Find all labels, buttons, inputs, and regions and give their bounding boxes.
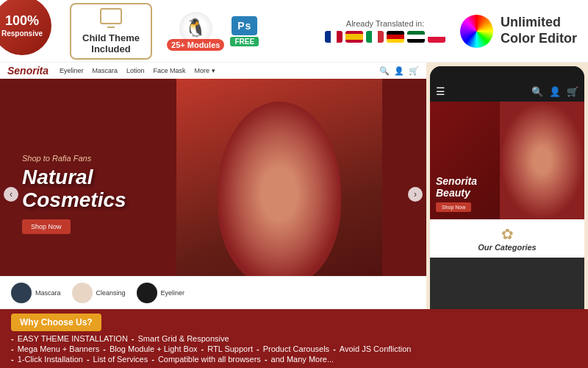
preview-nav: Senorita Eyeliner Mascara Lotion Face Ma…	[0, 63, 426, 79]
preview-logo: Senorita	[7, 65, 49, 77]
product-label-eyeliner: Eyeliner	[161, 289, 185, 297]
feat-blog-lightbox: Blog Module + Light Box	[110, 344, 198, 353]
responsive-badge: 100% Responsive	[0, 0, 51, 55]
free-tag: FREE	[230, 37, 259, 46]
feature-row-1: - EASY THEME INSTALLATION - Smart Grid &…	[11, 334, 577, 343]
dash-3: -	[11, 344, 14, 353]
product-circle-eyeliner	[137, 283, 157, 303]
hero-model-image	[176, 79, 382, 309]
dash-7: -	[333, 344, 336, 353]
hero-shop-btn[interactable]: Shop Now	[22, 219, 71, 234]
dash-9: -	[87, 355, 90, 364]
translated-title: Already Translated in:	[346, 19, 424, 28]
product-mascara: Mascara	[11, 283, 61, 303]
child-theme-label1: Child Theme	[82, 32, 140, 43]
flag-france	[325, 31, 343, 43]
mobile-status-bar	[430, 66, 584, 81]
mobile-shop-btn[interactable]: Shop Now	[436, 202, 471, 212]
product-label-mascara: Mascara	[35, 289, 61, 297]
mobile-cart-icon[interactable]: 🛒	[567, 86, 578, 97]
flag-uae	[407, 31, 425, 43]
dash-6: -	[257, 344, 259, 353]
mobile-hero-title: Senorita Beauty	[436, 176, 477, 199]
feat-rtl: RTL Support	[207, 344, 253, 353]
responsive-pct: 100%	[5, 13, 39, 29]
mobile-preview: ☰ 🔍 👤 🛒 Senorita Beauty Shop Now	[430, 66, 584, 309]
top-banner: 100% Responsive Child Theme Included 🐧 2…	[0, 0, 588, 63]
lotus-icon: ✿	[436, 225, 578, 243]
mobile-nav: ☰ 🔍 👤 🛒	[430, 81, 584, 102]
dash-5: -	[201, 344, 204, 353]
middle-section: Senorita Eyeliner Mascara Lotion Face Ma…	[0, 63, 588, 309]
feat-all-browsers: Compatible with all browsers	[158, 355, 261, 364]
feature-list: - EASY THEME INSTALLATION - Smart Grid &…	[11, 334, 577, 364]
user-icon[interactable]: 👤	[394, 66, 404, 76]
color-editor-text: Unlimited Color Editor	[501, 15, 577, 46]
cart-icon[interactable]: 🛒	[409, 66, 419, 76]
flag-poland	[428, 31, 445, 43]
nav-mascara[interactable]: Mascara	[93, 67, 118, 74]
dash-1: -	[11, 334, 14, 343]
product-label-cleansing: Cleansing	[96, 289, 126, 297]
preview-nav-icons: 🔍 👤 🛒	[379, 66, 419, 76]
next-arrow[interactable]: ›	[408, 187, 423, 202]
flags-row	[325, 31, 445, 43]
dash-10: -	[151, 355, 154, 364]
feature-row-3: - 1-Click Installation - List of Service…	[11, 355, 577, 364]
feat-mega-menu: Mega Menu + Banners	[18, 344, 100, 353]
feature-row-2: - Mega Menu + Banners - Blog Module + Li…	[11, 344, 577, 353]
product-eyeliner: Eyeliner	[137, 283, 185, 303]
feat-easy-install: EASY THEME INSTALLATION	[18, 334, 128, 343]
prev-arrow[interactable]: ‹	[4, 187, 18, 202]
feat-many-more: and Many More...	[271, 355, 334, 364]
responsive-label: Responsive	[1, 29, 43, 38]
feat-smart-grid: Smart Grid & Responsive	[138, 334, 229, 343]
preview-nav-links: Eyeliner Mascara Lotion Face Mask More ▾	[60, 67, 215, 74]
why-choose-btn[interactable]: Why Choose Us?	[11, 314, 101, 331]
product-circle-mascara	[11, 283, 32, 303]
mobile-user-icon[interactable]: 👤	[549, 86, 561, 97]
mobile-nav-icons: 🔍 👤 🛒	[531, 86, 578, 97]
color-wheel-icon	[460, 15, 493, 48]
nav-facemask[interactable]: Face Mask	[154, 67, 186, 74]
dash-11: -	[265, 355, 268, 364]
child-theme-label2: Included	[91, 43, 130, 54]
model-img	[176, 79, 382, 309]
bottom-bar: Why Choose Us? - EASY THEME INSTALLATION…	[0, 309, 588, 368]
nav-lotion[interactable]: Lotion	[126, 67, 145, 74]
feat-1click: 1-Click Installation	[18, 355, 83, 364]
flag-spain	[345, 31, 363, 43]
feat-carousels: Product Carousels	[263, 344, 330, 353]
monitor-icon	[100, 8, 122, 24]
feat-no-js: Avoid JS Confliction	[340, 344, 412, 353]
product-strip: Mascara Cleansing Eyeliner	[0, 276, 426, 309]
nav-more[interactable]: More ▾	[195, 67, 215, 74]
hamburger-icon[interactable]: ☰	[436, 85, 445, 97]
ps-label: Ps	[232, 16, 257, 35]
modules-count: 25+ Modules	[167, 39, 224, 51]
color-editor-section: Unlimited Color Editor	[460, 15, 577, 48]
mobile-hero: Senorita Beauty Shop Now	[430, 102, 584, 219]
child-theme-box: Child Theme Included	[70, 3, 152, 60]
hero-title: Natural Cosmetics	[22, 166, 126, 212]
preview-hero: ‹ Shop to Rafia Fans Natural Cosmetics S…	[0, 79, 426, 309]
mobile-categories: ✿ Our Categories	[430, 219, 584, 258]
dash-2: -	[132, 334, 135, 343]
mobile-hero-model	[500, 102, 585, 219]
desktop-preview: Senorita Eyeliner Mascara Lotion Face Ma…	[0, 63, 426, 309]
ps-free-badge: Ps FREE	[230, 16, 259, 46]
mobile-hero-text: Senorita Beauty Shop Now	[430, 169, 483, 219]
nav-eyeliner[interactable]: Eyeliner	[60, 67, 84, 74]
product-cleansing: Cleansing	[72, 283, 126, 303]
translated-section: Already Translated in:	[325, 19, 445, 43]
flag-germany	[387, 31, 404, 43]
hero-subtitle: Shop to Rafia Fans	[22, 154, 126, 163]
mobile-search-icon[interactable]: 🔍	[531, 86, 543, 97]
dash-8: -	[11, 355, 14, 364]
search-icon[interactable]: 🔍	[379, 66, 390, 76]
main-wrapper: 100% Responsive Child Theme Included 🐧 2…	[0, 0, 588, 368]
hero-text: Shop to Rafia Fans Natural Cosmetics Sho…	[0, 139, 148, 249]
modules-badge: 🐧 25+ Modules	[167, 12, 224, 51]
dash-4: -	[103, 344, 106, 353]
product-circle-cleansing	[72, 283, 93, 303]
